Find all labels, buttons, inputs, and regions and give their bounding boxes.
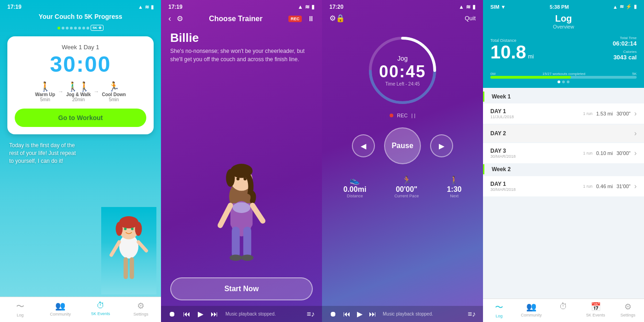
rewind-icon-3[interactable]: ⏮ bbox=[343, 310, 351, 318]
play-icon-2[interactable]: ▶ bbox=[198, 310, 203, 318]
runs-w1d3: 1 run bbox=[583, 151, 593, 155]
quit-button[interactable]: Quit bbox=[465, 15, 476, 22]
jog-icon: 🚶‍♂️🚶 bbox=[67, 81, 90, 92]
cooldown-icon: 🏃 bbox=[108, 81, 120, 92]
pause-button-2[interactable]: ⏸ bbox=[307, 15, 315, 23]
arrow-1: → bbox=[58, 88, 63, 95]
nav-community-4[interactable]: 👥 Community bbox=[515, 302, 547, 318]
screen-title-2: Choose Trainer bbox=[189, 15, 283, 23]
lock-icon-3[interactable]: 🔒 bbox=[336, 14, 345, 23]
trainer-description: She's no-nonsense; she won't be your che… bbox=[161, 47, 322, 69]
5k-icon-1: ⏱ bbox=[80, 301, 121, 310]
bottom-nav-1: 〜 Log 👥 Community ⏱ 5K Events ⚙ Settings bbox=[0, 297, 161, 322]
day-info-w1d2: DAY 2 bbox=[490, 130, 506, 137]
svg-point-5 bbox=[124, 228, 127, 230]
day-row-w2d1[interactable]: DAY 1 30/MAR/2018 1 run 0.46 mi 31'00" › bbox=[483, 176, 644, 196]
svg-point-16 bbox=[243, 177, 247, 180]
pause-main-button[interactable]: Pause bbox=[384, 127, 421, 164]
status-bar-1: 17:19 ▲ ≋ ▮ bbox=[0, 0, 161, 12]
svg-line-21 bbox=[253, 206, 263, 221]
nav-5k-1[interactable]: ⏱ 5K Events bbox=[80, 301, 121, 317]
nav-timer-4[interactable]: ⏱ bbox=[547, 302, 580, 318]
rec-label-3: REC bbox=[397, 113, 408, 118]
music-status-3: Music playback stopped. bbox=[383, 311, 461, 316]
signal-icon-4: ▲ bbox=[613, 4, 618, 10]
distance-display: 10.8 mi bbox=[490, 43, 534, 61]
log-icon-1: 〜 bbox=[0, 301, 40, 312]
total-time-label: Total Time bbox=[613, 36, 637, 40]
day-num-w1d2: DAY 2 bbox=[490, 130, 506, 137]
dist-w1d3: 0.10 mi bbox=[596, 150, 613, 156]
progress-bar-fill bbox=[490, 76, 571, 79]
nav-5k-4[interactable]: 📅 5K Events bbox=[580, 302, 612, 318]
playlist-icon-3[interactable]: ≡♪ bbox=[468, 310, 476, 318]
workout-stats-3: 👟 0.00mi Distance 🏃 00'00" Current Pace … bbox=[322, 170, 483, 204]
progress-start-label: 0M bbox=[490, 72, 495, 76]
back-button-2[interactable]: ‹ bbox=[168, 14, 171, 23]
wifi-icon-2: ≋ bbox=[305, 4, 310, 10]
prev-button-3[interactable]: ◀ bbox=[352, 134, 375, 157]
progress-bar-bg bbox=[490, 76, 637, 79]
character-svg-1 bbox=[101, 207, 156, 294]
dur-w1d3: 30'00" bbox=[616, 150, 630, 156]
svg-line-20 bbox=[220, 206, 230, 225]
top-nav-2: ‹ ⚙ Choose Trainer REC ⏸ bbox=[161, 12, 322, 27]
fastforward-icon-2[interactable]: ⏭ bbox=[211, 310, 218, 318]
community-icon-4: 👥 bbox=[515, 302, 547, 312]
distance-label: Distance bbox=[344, 194, 367, 198]
time-2: 17:19 bbox=[168, 4, 183, 10]
day-row-w1d3[interactable]: DAY 3 30/MAR/2018 1 run 0.10 mi 30'00" › bbox=[483, 143, 644, 163]
dur-w1d1: 30'00" bbox=[616, 111, 630, 116]
day-num-w2d1: DAY 1 bbox=[490, 181, 516, 187]
dist-w2d1: 0.46 mi bbox=[596, 184, 613, 189]
playlist-icon-2[interactable]: ≡♪ bbox=[307, 310, 315, 318]
record-icon-2[interactable]: ⏺ bbox=[168, 310, 176, 318]
rec-badge-2: REC bbox=[288, 16, 302, 22]
record-icon-3[interactable]: ⏺ bbox=[329, 310, 337, 318]
day-stats-w1d3: 1 run 0.10 mi 30'00" › bbox=[583, 149, 637, 157]
5k-badge: 5K ⊕ bbox=[91, 25, 103, 31]
start-now-button[interactable]: Start Now bbox=[170, 277, 313, 300]
community-icon-1: 👥 bbox=[40, 301, 81, 311]
nav-settings-1[interactable]: ⚙ Settings bbox=[121, 301, 161, 317]
fastforward-icon-3[interactable]: ⏭ bbox=[369, 310, 376, 318]
arrow-w1d3: › bbox=[634, 149, 637, 157]
arrow-2: → bbox=[93, 88, 99, 95]
next-button-3[interactable]: ▶ bbox=[430, 134, 453, 157]
day-num-w1d1: DAY 1 bbox=[490, 108, 514, 115]
status-row-3: REC | | bbox=[322, 111, 483, 122]
progress-count: 15/27 workouts completed bbox=[542, 72, 585, 76]
day-row-w1d1[interactable]: DAY 1 11/JUL/2018 1 run 1.53 mi 30'00" › bbox=[483, 104, 644, 124]
settings-icon-3[interactable]: ⚙ bbox=[329, 14, 336, 23]
progress-section: 0M 15/27 workouts completed 5K bbox=[483, 69, 644, 88]
go-to-workout-button[interactable]: Go to Workout bbox=[15, 109, 146, 127]
phase-cooldown: 🏃 Cool Down 5min bbox=[102, 81, 126, 102]
battery-icon-2: ▮ bbox=[311, 4, 315, 10]
rewind-icon-2[interactable]: ⏮ bbox=[183, 310, 190, 318]
nav-log-1[interactable]: 〜 Log bbox=[0, 301, 40, 317]
recording-dot bbox=[390, 114, 393, 117]
signal-icon-2: ▲ bbox=[298, 4, 303, 10]
nav-settings-4[interactable]: ⚙ Settings bbox=[612, 302, 644, 318]
day-row-w1d2[interactable]: DAY 2 › bbox=[483, 125, 644, 142]
signal-icon: ▲ bbox=[138, 4, 143, 10]
day-date-w1d1: 11/JUL/2018 bbox=[490, 115, 514, 119]
music-bar-3: ⏺ ⏮ ▶ ⏭ Music playback stopped. ≡♪ bbox=[322, 306, 483, 322]
pace-icon: 🏃 bbox=[394, 175, 419, 185]
phase-warmup: 🚶 Warm Up 5min bbox=[35, 81, 55, 102]
day-num-w1d3: DAY 3 bbox=[490, 148, 516, 154]
nav-log-4[interactable]: 〜 Log bbox=[483, 302, 515, 318]
wifi-icon-3: ≋ bbox=[466, 4, 471, 10]
nav-community-1[interactable]: 👥 Community bbox=[40, 301, 81, 317]
gear-button-2[interactable]: ⚙ bbox=[177, 14, 183, 23]
phase-jog: 🚶‍♂️🚶 Jog & Walk 20min bbox=[66, 81, 91, 102]
log-header: Log Overview bbox=[483, 12, 644, 33]
svg-point-15 bbox=[236, 177, 240, 180]
distance-value: 0.00mi bbox=[344, 185, 367, 194]
svg-point-4 bbox=[135, 222, 142, 236]
play-icon-3[interactable]: ▶ bbox=[357, 310, 362, 318]
progress-dot-start bbox=[58, 27, 60, 29]
svg-rect-23 bbox=[243, 227, 251, 258]
progress-end-label: 5K bbox=[632, 72, 637, 76]
5k-icon-4: 📅 bbox=[580, 302, 612, 312]
